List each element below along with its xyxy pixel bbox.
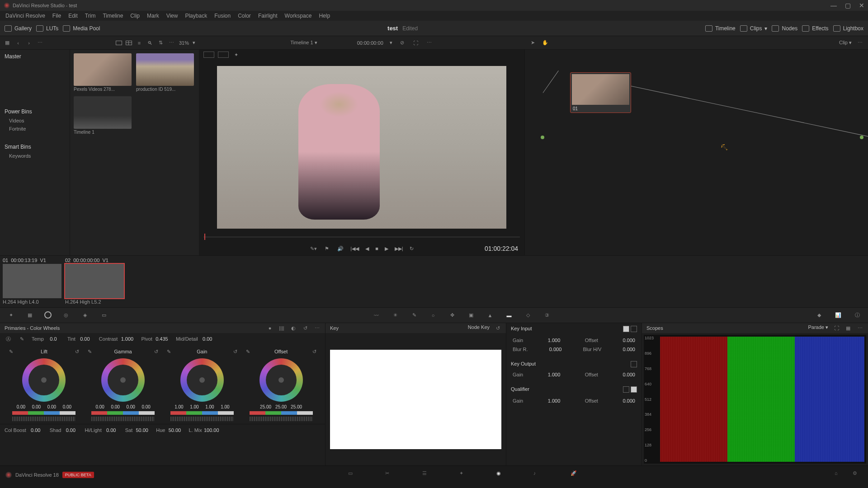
viewer-timecode[interactable]: 00:00:00:00 [357, 40, 383, 46]
hdr-wheels-icon[interactable]: ◎ [61, 311, 71, 319]
nodekey-label[interactable]: Node Key [468, 324, 490, 332]
qual-offset[interactable]: 0.000 [623, 398, 635, 404]
wheel-channel-value[interactable]: 0.00 [45, 404, 58, 409]
wheel-channel-value[interactable]: 0.00 [14, 404, 28, 409]
keyinput-invert-icon[interactable] [623, 326, 629, 332]
key-icon[interactable]: ▬ [505, 311, 514, 319]
wheel-reset-icon[interactable]: ↺ [231, 348, 239, 355]
wheel-channel-value[interactable]: 0.00 [29, 404, 43, 409]
wheel-channel-value[interactable]: 1.00 [203, 404, 217, 409]
pool-options-icon[interactable]: ⋯ [168, 39, 175, 47]
wheel-channel-value[interactable]: 0.00 [108, 404, 122, 409]
curves-icon[interactable]: 〰 [372, 311, 381, 319]
hue-value[interactable]: 50.00 [167, 427, 182, 433]
wheel-picker-icon[interactable]: ✎ [165, 348, 173, 355]
menu-mark[interactable]: Mark [144, 12, 162, 20]
tint-value[interactable]: 0.00 [77, 336, 93, 342]
timeline-panel-button[interactable]: Timeline [705, 25, 736, 32]
keyin-blurhv[interactable]: 0.000 [623, 347, 635, 352]
rgb-mixer-icon[interactable]: ◈ [80, 311, 90, 319]
3d-icon[interactable]: ③ [542, 311, 552, 319]
qualifier-icon[interactable]: ✎ [410, 311, 419, 319]
wheel-channel-value[interactable]: 25.00 [274, 404, 288, 409]
wheel-channel-value[interactable]: 1.00 [188, 404, 201, 409]
fusion-page-icon[interactable]: ✦ [459, 470, 469, 479]
master-bin[interactable]: Master [0, 52, 70, 61]
edit-page-icon[interactable]: ☰ [422, 470, 432, 479]
color-wheel[interactable] [180, 358, 224, 402]
wheel-channel-value[interactable]: 0.00 [93, 404, 107, 409]
lightbox-button[interactable]: Lightbox [833, 25, 863, 32]
keyframes-icon[interactable]: ◆ [815, 311, 824, 319]
wheel-reset-icon[interactable]: ↺ [74, 348, 81, 355]
marker-dropdown-icon[interactable]: ✎▾ [310, 245, 317, 252]
wheel-reset-icon[interactable]: ↺ [311, 348, 318, 355]
smartbins-header[interactable]: Smart Bins [0, 142, 70, 152]
powerbin-item[interactable]: Videos [0, 117, 70, 125]
scope-expand-icon[interactable]: ⛶ [833, 324, 840, 332]
mediapool-button[interactable]: Media Pool [63, 25, 100, 32]
menu-file[interactable]: File [50, 12, 64, 20]
nodes-panel-button[interactable]: Nodes [772, 25, 797, 32]
menu-playback[interactable]: Playback [182, 12, 210, 20]
thumbnail-clip-selected[interactable]: 0200:00:00:00V1 H.264 High L5.2 [65, 258, 124, 305]
menu-fusion[interactable]: Fusion [212, 12, 233, 20]
media-clip[interactable]: Pexels Videos 278... [74, 53, 132, 92]
bars-mode-icon[interactable]: |||| [278, 324, 285, 332]
viewer-image[interactable] [217, 66, 506, 229]
deliver-page-icon[interactable]: 🚀 [571, 470, 580, 479]
tracking-icon[interactable]: ✥ [448, 311, 457, 319]
wheel-jog[interactable] [170, 417, 234, 421]
keyout-offset[interactable]: 0.000 [623, 372, 635, 377]
wheel-picker-icon[interactable]: ✎ [86, 348, 94, 355]
list-view-icon[interactable]: ≡ [136, 39, 143, 47]
first-frame-button[interactable]: |◀◀ [350, 246, 359, 252]
reset-key-icon[interactable]: ↺ [494, 324, 501, 332]
wheel-jog[interactable] [12, 417, 75, 421]
window-icon[interactable]: ○ [429, 311, 438, 319]
viewer-wand-icon[interactable]: ✦ [232, 51, 240, 58]
picker-icon[interactable]: ✎ [18, 335, 25, 343]
color-wheel[interactable] [259, 358, 303, 402]
wheel-jog[interactable] [250, 417, 313, 421]
sat-value[interactable]: 50.00 [134, 427, 150, 433]
menu-edit[interactable]: Edit [66, 12, 80, 20]
close-button[interactable]: ✕ [859, 2, 864, 9]
maximize-button[interactable]: ▢ [845, 2, 851, 9]
play-button[interactable]: ▶ [385, 246, 388, 252]
powerbin-item[interactable]: Fortnite [0, 125, 70, 133]
options-icon[interactable]: ⋯ [36, 39, 43, 47]
node-graph[interactable]: 01 ↖ [524, 50, 868, 255]
minimize-button[interactable]: — [830, 2, 837, 9]
keyin-offset[interactable]: 0.000 [623, 338, 635, 343]
clips-panel-button[interactable]: Clips▾ [740, 25, 768, 32]
viewer-layout-a-icon[interactable] [203, 52, 214, 58]
menu-clip[interactable]: Clip [127, 12, 142, 20]
corrector-node[interactable]: 01 [570, 72, 631, 113]
pivot-value[interactable]: 0.435 [154, 336, 170, 342]
grid-view-icon[interactable] [126, 41, 132, 45]
hilight-value[interactable]: 0.00 [104, 427, 119, 433]
prev-frame-button[interactable]: ◀ [365, 246, 369, 252]
wheel-channel-value[interactable]: 1.00 [218, 404, 232, 409]
timeline-name[interactable]: Timeline 1 ▾ [290, 40, 317, 46]
menu-workspace[interactable]: Workspace [282, 12, 315, 20]
magic-mask-icon[interactable]: ▣ [467, 311, 476, 319]
shad-value[interactable]: 0.00 [63, 427, 78, 433]
keyoutput-invert-icon[interactable] [631, 361, 637, 367]
wheel-channel-value[interactable]: 25.00 [259, 404, 273, 409]
panel-options-icon[interactable]: ⋯ [313, 324, 321, 332]
fairlight-page-icon[interactable]: ♪ [533, 470, 543, 479]
keyin-blurr[interactable]: 0.000 [549, 347, 562, 352]
log-mode-icon[interactable]: ◐ [290, 324, 297, 332]
keyinput-matte-icon[interactable] [631, 326, 637, 332]
temp-value[interactable]: 0.0 [46, 336, 61, 342]
viewer-options-icon[interactable]: ⋯ [426, 39, 433, 47]
menu-app[interactable]: DaVinci Resolve [3, 12, 48, 20]
contrast-value[interactable]: 1.000 [119, 336, 135, 342]
last-frame-button[interactable]: ▶▶| [395, 246, 403, 252]
wheel-mode-icon[interactable]: ● [266, 324, 274, 332]
expand-icon[interactable]: ⛶ [412, 39, 420, 47]
viewer-layout-b-icon[interactable] [218, 52, 229, 58]
source-node-icon[interactable] [541, 136, 544, 139]
